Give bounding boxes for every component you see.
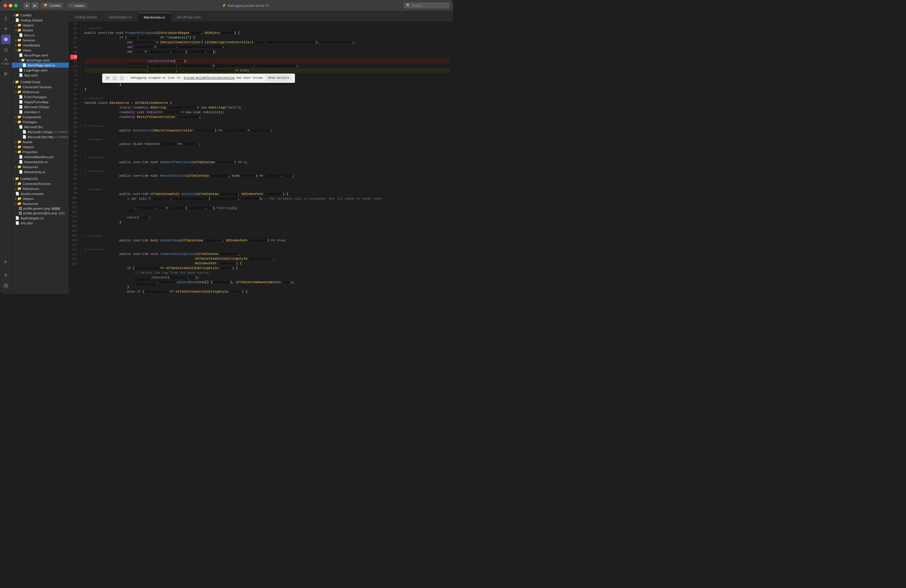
tree-item-ms-net-http[interactable]: 📄 Microsoft.Net.Http ⟳ installing: [12, 134, 69, 139]
stop-button[interactable]: ■: [24, 2, 30, 9]
tree-confetti-droid[interactable]: ▾ 📁 Confetti.Droid: [12, 80, 69, 84]
tree-item-references[interactable]: ▾ 📁 References: [12, 89, 69, 94]
tree-item-connected-services[interactable]: ▸ 📁 Connected Services: [12, 84, 69, 89]
file-icon: 📄: [22, 135, 27, 139]
file-icon: 📄: [22, 63, 27, 67]
tree-item-packages[interactable]: ▾ 📁 Packages: [12, 120, 69, 124]
tree-item-label: Assets.xcassets: [21, 192, 44, 196]
tree-item-components[interactable]: ▸ 📁 Components: [12, 115, 69, 120]
tree-item-assemblyinfo[interactable]: 📄 AssemblyInfo.cs: [12, 159, 69, 164]
tree-item-app-xaml[interactable]: 📄 App.xaml: [12, 73, 69, 78]
line-num-67: 67: [70, 41, 77, 45]
tree-item-monodoc[interactable]: 📄 monodoc ⊗: [12, 109, 69, 115]
tree-root[interactable]: ▾ 📁 Confetti: [12, 13, 69, 18]
tree-item-profile-generic-2x[interactable]: 🖼 profile-generic@2x.png none: [12, 211, 69, 215]
tree-confetti-ios[interactable]: ▾ 📁 Confetti.iOS: [12, 176, 69, 181]
flag-icon-btn[interactable]: [1, 258, 11, 267]
main-content: {} Profile: [0, 11, 453, 294]
minimize-button[interactable]: [9, 4, 12, 7]
tree-item-connected-services2[interactable]: ▸ 📁 ConnectedServices: [12, 181, 69, 186]
profile-icon-btn[interactable]: Profile: [1, 57, 11, 66]
check-icon-btn[interactable]: [1, 45, 11, 55]
branch-selector[interactable]: ⑂ master: [68, 3, 88, 8]
tree-item-ms-csharp-pkg[interactable]: 📄 Microsoft.CSharp ⟳ installing: [12, 129, 69, 134]
line-num-74: 74: [70, 73, 77, 78]
search-box[interactable]: 🔍: [404, 2, 450, 8]
tree-item-from-packages[interactable]: 📄 From Packages: [12, 94, 69, 99]
tree-item-ms-bcl[interactable]: 📄 Microsoft.Bcl: [12, 124, 69, 129]
tree-item-helpers3[interactable]: ▸ 📁 Helpers: [12, 196, 69, 201]
tab-aboutpage-xaml[interactable]: AboutPage.xaml: [171, 13, 207, 21]
tree-item-info-plist[interactable]: 📄 Info.plist: [12, 220, 69, 226]
line-num-110: 110: [70, 243, 77, 247]
tree-arrow: ▾: [15, 49, 17, 52]
tree-item-itemspage-cs[interactable]: 📄 ItemsPage.xaml.cs: [12, 63, 69, 68]
tree-item-androidmanifest[interactable]: 📄 AndroidManifest.xml: [12, 155, 69, 159]
line-num-72: 72: [70, 64, 77, 69]
tree-item-mainactivity[interactable]: 📄 MainActivity.cs: [12, 169, 69, 174]
tab-mainactivity-cs[interactable]: MainActivity.cs: [138, 13, 171, 21]
tree-item-helpers[interactable]: ▸ 📁 Helpers: [12, 22, 69, 28]
tree-item-itemspage[interactable]: ▾ 📁 ItemsPage.xaml: [12, 57, 69, 63]
tree-item-label: profile-generic@2x.png: [23, 211, 57, 215]
code-line-81: public DataSource(MasterViewController c…: [85, 128, 450, 133]
search-input[interactable]: [412, 4, 447, 7]
step-out-btn[interactable]: ↑: [120, 76, 124, 81]
editor-tabs: Getting Started AppDelegate.cs MainActiv…: [69, 11, 453, 22]
tree-item-ms-csharp[interactable]: 📄 Microsoft.CSharp: [12, 104, 69, 109]
file-icon: 📄: [19, 105, 23, 109]
tree-item-label: AssemblyInfo.cs: [24, 160, 48, 164]
show-details-button[interactable]: Show Details: [265, 75, 292, 81]
tab-appdelegate-cs[interactable]: AppDelegate.cs: [103, 13, 138, 21]
folder-icon: 📁: [15, 177, 19, 180]
tree-arrow: ▸: [15, 182, 17, 185]
ref-count-83: 1 reference: [85, 138, 450, 142]
tree-item-services[interactable]: ▸ 📁 Services: [12, 38, 69, 43]
tree-item-appdelegate[interactable]: 📄 AppDelegate.cs: [12, 215, 69, 220]
code-lines-container: 1 reference public override void Prepare…: [81, 22, 453, 294]
close-button[interactable]: [3, 4, 7, 7]
play-button[interactable]: ▶: [32, 2, 38, 9]
tree-item-models[interactable]: ▾ 📁 Models: [12, 28, 69, 33]
none-badge: none: [58, 212, 65, 215]
tree-item-assets[interactable]: ▸ 📁 Assets: [12, 139, 69, 144]
tree-item-assets-xcassets[interactable]: 📄 Assets.xcassets: [12, 191, 69, 196]
folder-icon: 📁: [18, 28, 21, 32]
lightning-icon: ⚡: [222, 3, 226, 7]
tree-item-views[interactable]: ▾ 📁 Views: [12, 48, 69, 53]
tree-item-label: Packages: [23, 120, 37, 124]
structure-icon-btn[interactable]: {}: [1, 14, 11, 23]
user-icon-btn[interactable]: [1, 281, 11, 290]
line-num-69: 69: [70, 50, 77, 55]
step-back-btn[interactable]: ⟳: [105, 76, 110, 81]
branches-icon-btn[interactable]: [1, 69, 11, 79]
tree-item-references2[interactable]: ▸ 📁 References: [12, 186, 69, 191]
tree-item-happyforms[interactable]: 📄 HappyFormsApp: [12, 99, 69, 104]
code-editor[interactable]: 63 64 65 66 67 68 69 70 71 72 73 74: [69, 22, 453, 294]
tree-item-resources[interactable]: ▸ 📁 Resources: [12, 164, 69, 169]
tree-item-label: AboutPage.xaml: [24, 54, 48, 57]
line-num-92: 92: [70, 158, 77, 163]
tree-item-item-cs[interactable]: 📄 Item.cs: [12, 33, 69, 38]
tree-item-aboutpage[interactable]: 📄 AboutPage.xaml: [12, 53, 69, 57]
tree-item-loginpage[interactable]: 📄 LoginPage.xaml: [12, 68, 69, 73]
tree-item-helpers2[interactable]: ▸ 📁 Helpers: [12, 144, 69, 149]
tree-item-resources2[interactable]: ▾ 📁 Resources: [12, 201, 69, 206]
embed-badge: embed: [51, 207, 60, 210]
maximize-button[interactable]: [14, 4, 18, 7]
project-selector[interactable]: 📦 Confetti: [41, 2, 64, 8]
line-num-99: 99: [70, 191, 77, 196]
tab-getting-started[interactable]: Getting Started: [69, 13, 103, 21]
tree-item-properties[interactable]: ▾ 📁 Properties: [12, 149, 69, 155]
tree-item-getting-started[interactable]: 📄 Getting Started: [12, 18, 69, 22]
step-over-btn[interactable]: ↓: [112, 76, 117, 81]
tree-item-viewmodels[interactable]: ▸ 📁 ViewModels: [12, 43, 69, 48]
tree-arrow: ▸: [15, 116, 17, 118]
settings-icon-btn[interactable]: [1, 271, 11, 280]
tree-item-profile-generic[interactable]: 🖼 profile-generic.png embed: [12, 206, 69, 211]
code-line-88: public override nint RowsInSection(UITab…: [85, 174, 450, 178]
code-line-108: _controller.TableView.DeleteRows(new[] {…: [85, 280, 450, 285]
solution-icon-btn[interactable]: [1, 35, 11, 44]
tree-arrow: ▾: [15, 151, 17, 153]
ruler-icon-btn[interactable]: [1, 24, 11, 33]
